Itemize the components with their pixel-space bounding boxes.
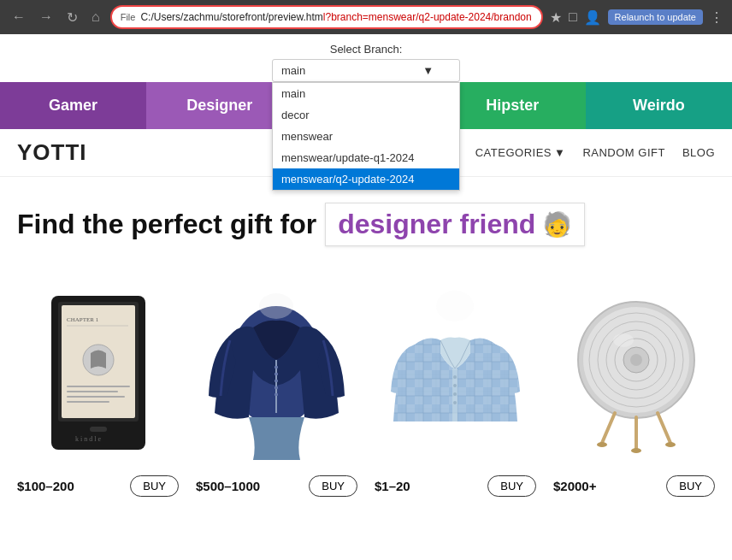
product-footer-shirt: $1–20 BUY <box>375 469 536 497</box>
branch-dropdown: main decor menswear menswear/update-q1-2… <box>272 82 460 191</box>
site-logo: YOTTI <box>17 139 87 166</box>
svg-rect-7 <box>67 391 118 392</box>
product-card-shirt: $1–20 BUY <box>366 272 545 505</box>
svg-rect-18 <box>274 393 278 396</box>
branch-option-decor[interactable]: decor <box>273 104 459 126</box>
svg-point-46 <box>631 448 641 453</box>
forward-button[interactable]: → <box>36 8 56 27</box>
product-card-kindle: CHAPTER 1 kindle $100–200 BUY <box>9 272 187 505</box>
product-price-jacket: $500–1000 <box>196 479 260 493</box>
hero-plain-text: Find the perfect gift for <box>17 209 316 240</box>
product-price-shirt: $1–20 <box>375 479 410 493</box>
svg-point-41 <box>613 333 634 347</box>
product-price-speaker: $2000+ <box>553 479 596 493</box>
browser-chrome: ← → ↻ ⌂ File C:/Users/zachmu/storefront/… <box>0 0 732 34</box>
file-icon: File <box>121 12 136 22</box>
products-grid: CHAPTER 1 kindle $100–200 BUY <box>0 263 732 505</box>
hero-colored-text: designer friend <box>338 209 535 240</box>
product-footer-kindle: $100–200 BUY <box>17 469 179 497</box>
branch-option-menswear-q1[interactable]: menswear/update-q1-2024 <box>273 147 459 168</box>
blog-label: BLOG <box>682 146 715 159</box>
svg-point-32 <box>436 291 474 321</box>
category-weirdo-label: Weirdo <box>633 97 685 115</box>
svg-point-31 <box>453 401 457 404</box>
address-bar[interactable]: File C:/Users/zachmu/storefront/preview.… <box>110 5 543 29</box>
buy-button-speaker[interactable]: BUY <box>666 475 715 497</box>
branch-select-wrapper[interactable]: main ▼ main decor menswear menswear/upda… <box>272 59 460 82</box>
category-gamer-label: Gamer <box>49 97 97 115</box>
svg-rect-14 <box>274 366 278 368</box>
category-hipster-label: Hipster <box>486 97 539 115</box>
product-footer-jacket: $500–1000 BUY <box>196 469 357 497</box>
hero-emoji: 🧓 <box>542 210 572 239</box>
svg-rect-6 <box>67 386 130 387</box>
svg-text:kindle: kindle <box>75 435 103 443</box>
address-text: C:/Users/zachmu/storefront/preview.html?… <box>140 11 533 23</box>
product-footer-speaker: $2000+ BUY <box>553 469 715 497</box>
svg-point-19 <box>259 293 293 319</box>
nav-categories[interactable]: CATEGORIES ▼ <box>475 146 566 159</box>
product-image-kindle: CHAPTER 1 kindle <box>17 280 179 469</box>
svg-rect-8 <box>67 396 125 398</box>
buy-button-jacket[interactable]: BUY <box>309 475 357 497</box>
buy-button-shirt[interactable]: BUY <box>487 475 536 497</box>
product-image-speaker <box>553 280 715 469</box>
categories-label: CATEGORIES <box>475 146 552 159</box>
kindle-svg: CHAPTER 1 kindle <box>43 292 154 458</box>
buy-button-kindle[interactable]: BUY <box>130 475 179 497</box>
select-branch-label: Select Branch: <box>0 34 732 59</box>
product-price-kindle: $100–200 <box>17 479 74 493</box>
categories-chevron-icon: ▼ <box>554 146 565 159</box>
profile-button[interactable]: 👤 <box>584 9 601 26</box>
star-button[interactable]: ★ <box>550 9 562 26</box>
svg-point-45 <box>597 442 607 447</box>
svg-rect-9 <box>67 401 109 403</box>
branch-select-display[interactable]: main ▼ <box>272 59 460 82</box>
relaunch-button[interactable]: Relaunch to update <box>608 9 703 25</box>
category-gamer[interactable]: Gamer <box>0 82 146 129</box>
jacket-svg <box>202 285 351 464</box>
category-designer[interactable]: Designer <box>146 82 292 129</box>
category-weirdo[interactable]: Weirdo <box>586 82 732 129</box>
reload-button[interactable]: ↻ <box>63 8 81 27</box>
category-designer-label: Designer <box>186 97 252 115</box>
branch-selected-value: main <box>281 64 305 77</box>
hero-colored-box: designer friend 🧓 <box>325 203 585 246</box>
svg-line-44 <box>658 413 670 443</box>
back-button[interactable]: ← <box>9 8 29 27</box>
browser-menu-button[interactable]: ⋮ <box>710 9 723 26</box>
product-image-jacket <box>196 280 357 469</box>
svg-line-42 <box>602 413 615 443</box>
shirt-svg <box>381 285 530 464</box>
svg-text:CHAPTER 1: CHAPTER 1 <box>67 316 99 323</box>
address-query: l?branch=menswear/q2-update-2024/brandon <box>323 11 532 23</box>
chevron-down-icon: ▼ <box>422 64 434 77</box>
nav-random-gift[interactable]: RANDOM GIFT <box>582 146 665 159</box>
svg-rect-17 <box>274 386 278 389</box>
svg-point-28 <box>453 375 457 379</box>
category-hipster[interactable]: Hipster <box>440 82 586 129</box>
speaker-svg <box>559 285 709 464</box>
svg-point-29 <box>453 384 457 387</box>
home-button[interactable]: ⌂ <box>88 8 103 27</box>
extensions-button[interactable]: □ <box>569 9 577 25</box>
svg-rect-16 <box>274 380 278 382</box>
svg-point-30 <box>453 392 457 396</box>
random-gift-label: RANDOM GIFT <box>582 146 665 159</box>
product-card-jacket: $500–1000 BUY <box>187 272 366 505</box>
branch-option-main[interactable]: main <box>273 83 459 104</box>
select-branch-container: Select Branch: main ▼ main decor menswea… <box>0 34 732 82</box>
svg-point-47 <box>665 442 676 447</box>
nav-links: CATEGORIES ▼ RANDOM GIFT BLOG <box>475 146 715 159</box>
product-image-shirt <box>375 280 536 469</box>
svg-rect-10 <box>90 427 107 432</box>
product-card-speaker: $2000+ BUY <box>545 272 723 505</box>
svg-point-40 <box>630 354 642 366</box>
branch-option-menswear[interactable]: menswear <box>273 126 459 147</box>
nav-blog[interactable]: BLOG <box>682 146 715 159</box>
svg-rect-15 <box>274 373 278 375</box>
branch-option-menswear-q2[interactable]: menswear/q2-update-2024 <box>273 168 459 190</box>
